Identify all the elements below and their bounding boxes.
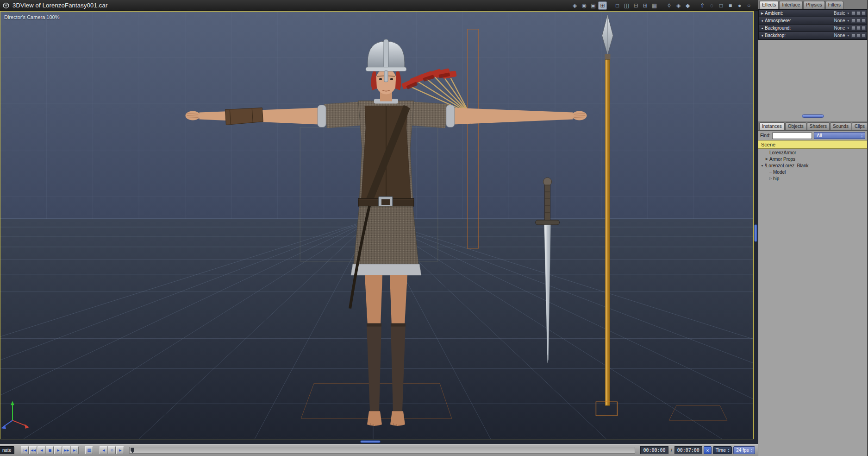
row-action-button[interactable] [862, 19, 866, 23]
play-button[interactable]: ▶ [54, 446, 62, 454]
frame-rate-dropdown[interactable]: 24 fps ▴▾ [733, 446, 755, 454]
expander-icon[interactable]: ─ [768, 171, 773, 174]
layout-single-pane-icon[interactable]: □ [613, 1, 622, 10]
tree-item-lorenzolorez-blank[interactable]: ▼ !LorenzoLorez_Blank [758, 162, 867, 169]
textured-sphere-icon[interactable]: ○ [744, 1, 753, 10]
property-value[interactable]: Basic [834, 11, 845, 16]
splitter-handle-icon[interactable] [802, 114, 824, 118]
chevron-down-icon[interactable]: ▾ [847, 19, 849, 23]
viewport-horizontal-scrollbar[interactable] [0, 439, 758, 444]
disclosure-icon[interactable]: ● [760, 19, 765, 22]
shield-mid-icon[interactable]: ◈ [674, 1, 683, 10]
row-action-button[interactable] [862, 26, 866, 30]
property-row-ambient[interactable]: ▶ Ambient: Basic ▾ [759, 10, 867, 17]
property-value[interactable]: None [834, 18, 845, 23]
filter-value: All [817, 133, 822, 138]
tab-instances[interactable]: Instances [759, 122, 785, 130]
vertical-scroll-thumb[interactable] [754, 224, 757, 242]
tree-item-model[interactable]: ─ Model [758, 169, 867, 175]
property-row-backdrop[interactable]: ● Backdrop: None ▾ [759, 32, 867, 39]
filter-dropdown[interactable]: All ▴▾ [814, 132, 865, 139]
tree-item-armor-props[interactable]: ▶ Armor Props [758, 156, 867, 162]
tab-clips[interactable]: Clips [852, 122, 868, 130]
find-row: Find: All ▴▾ [758, 131, 867, 140]
layout-quad-icon[interactable]: ⊞ [641, 1, 649, 10]
animate-toggle-button[interactable]: nate [0, 446, 14, 454]
shield-low-icon[interactable]: ◊ [665, 1, 674, 10]
tab-physics[interactable]: Physics [803, 1, 824, 9]
previous-keyframe-button[interactable]: ◀ [100, 446, 107, 454]
row-action-button[interactable] [862, 11, 866, 15]
disclosure-icon[interactable]: ▶ [760, 12, 765, 15]
time-separator: / [671, 448, 672, 453]
property-row-atmosphere[interactable]: ● Atmosphere: None ▾ [759, 17, 867, 24]
tab-interface[interactable]: Interface [779, 1, 803, 9]
viewport-vertical-scrollbar[interactable] [754, 11, 758, 439]
expander-icon[interactable]: ▶ [764, 157, 769, 161]
expander-icon[interactable]: ▼ [760, 164, 765, 167]
time-mode-dropdown[interactable]: Time ▴▾ [713, 446, 732, 454]
current-time-field[interactable]: 00:00:00 [640, 446, 668, 454]
tree-item-label: Armor Props [769, 157, 795, 162]
bounding-box-icon[interactable]: ◌ [707, 1, 716, 10]
property-row-background[interactable]: ● Background: None ▾ [759, 25, 867, 32]
row-action-button[interactable] [856, 26, 861, 30]
grid-view-icon[interactable]: ⊞ [598, 1, 607, 10]
row-action-button[interactable] [851, 33, 856, 38]
3d-viewport[interactable]: Director's Camera 100% [0, 11, 754, 439]
row-action-button[interactable] [856, 11, 861, 15]
scene-tree-header[interactable]: Scene [758, 140, 867, 149]
rewind-button[interactable]: ◀◀ [29, 446, 37, 454]
tree-item-lorenzarmor[interactable]: LorenzArmor [758, 149, 867, 156]
row-action-button[interactable] [862, 33, 866, 38]
chevron-down-icon[interactable]: ▾ [847, 26, 849, 30]
send-to-icon[interactable]: ⇧ [698, 1, 707, 10]
horizontal-scroll-thumb[interactable] [360, 440, 381, 443]
render-frame-button[interactable]: ▦ [85, 446, 93, 454]
next-keyframe-button[interactable]: ▶ [116, 446, 124, 454]
panel-splitter[interactable] [758, 113, 867, 119]
layout-grid-icon[interactable]: ▦ [650, 1, 659, 10]
shaded-sphere-icon[interactable]: ● [735, 1, 744, 10]
window-title: 3DView of LorenzoFantasy001.car [12, 2, 107, 9]
row-action-button[interactable] [856, 33, 861, 38]
go-to-end-button[interactable]: ▶| [71, 446, 79, 454]
scene-canvas[interactable] [0, 12, 753, 439]
find-input[interactable] [772, 133, 812, 139]
tab-sounds[interactable]: Sounds [830, 122, 851, 130]
layout-split-horizontal-icon[interactable]: ⊟ [631, 1, 640, 10]
playhead-marker[interactable] [131, 448, 134, 453]
row-action-button[interactable] [851, 26, 856, 30]
tab-objects[interactable]: Objects [785, 122, 806, 130]
tab-filters[interactable]: Filters [825, 1, 843, 9]
camera-capture-icon[interactable]: ▣ [589, 1, 598, 10]
end-time-field[interactable]: 00:07:00 [674, 446, 702, 454]
dropdown-arrows-icon: ▴▾ [751, 448, 752, 452]
play-reverse-button[interactable]: ◀ [37, 446, 45, 454]
expander-icon[interactable]: ▷ [768, 177, 773, 180]
row-action-button[interactable] [851, 11, 856, 15]
add-keyframe-button[interactable]: ⊙ [108, 446, 116, 454]
go-to-start-button[interactable]: |◀ [21, 446, 29, 454]
stop-button[interactable]: ■ [46, 446, 54, 454]
tree-item-hip[interactable]: ▷ hip [758, 175, 867, 182]
row-action-button[interactable] [856, 19, 861, 23]
track-tool-icon[interactable]: ◈ [570, 1, 579, 10]
wireframe-cube-icon[interactable]: □ [717, 1, 725, 10]
chevron-down-icon[interactable]: ▾ [847, 34, 849, 38]
property-value[interactable]: None [834, 25, 845, 31]
timeline-scrubber[interactable] [129, 447, 635, 454]
eye-icon[interactable]: ◉ [580, 1, 588, 10]
chevron-down-icon[interactable]: ▾ [847, 12, 849, 15]
disclosure-icon[interactable]: ● [760, 34, 765, 37]
tab-effects[interactable]: Effects [759, 1, 779, 9]
property-value[interactable]: None [834, 33, 845, 38]
solid-cube-icon[interactable]: ■ [726, 1, 735, 10]
layout-split-vertical-icon[interactable]: ◫ [622, 1, 631, 10]
row-action-button[interactable] [851, 19, 856, 23]
tab-shaders[interactable]: Shaders [807, 122, 830, 130]
close-timeline-button[interactable]: × [704, 446, 712, 454]
shield-high-icon[interactable]: ◆ [683, 1, 692, 10]
disclosure-icon[interactable]: ● [760, 26, 765, 30]
fast-forward-button[interactable]: ▶▶ [62, 446, 70, 454]
